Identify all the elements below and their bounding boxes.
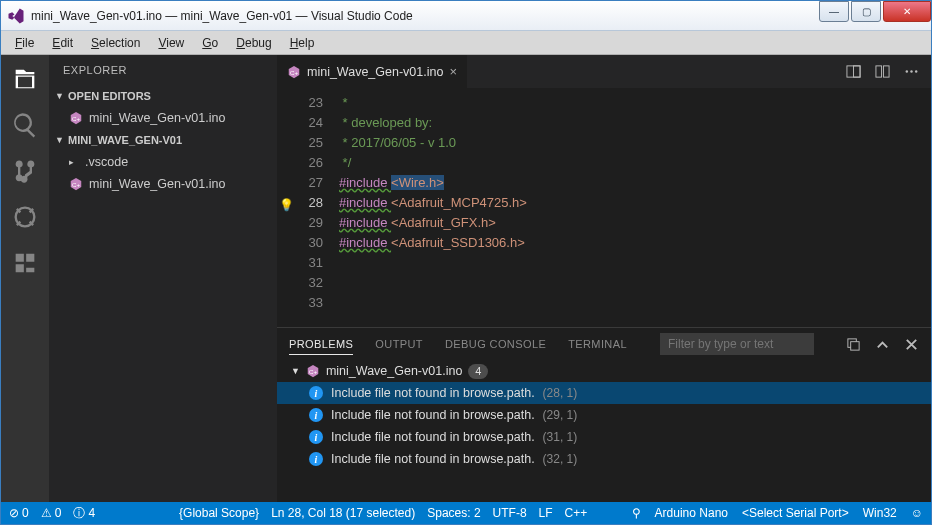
more-icon[interactable] — [904, 64, 919, 79]
cpp-file-icon: C+ — [69, 111, 83, 125]
editor-tab-bar: C+ mini_Wave_Gen-v01.ino × — [277, 55, 931, 88]
status-bar: ⊘ 0 ⚠ 0 ⓘ 4 {Global Scope} Ln 28, Col 18… — [1, 502, 931, 524]
explorer-icon[interactable] — [11, 65, 39, 93]
file-item[interactable]: C+ mini_Wave_Gen-v01.ino — [49, 173, 277, 195]
window-title: mini_Wave_Gen-v01.ino — mini_Wave_Gen-v0… — [31, 9, 819, 23]
status-win[interactable]: Win32 — [863, 506, 897, 520]
line-number: 24 — [277, 113, 323, 133]
split-editor-icon[interactable] — [846, 64, 861, 79]
cpp-file-icon: C+ — [287, 65, 301, 79]
project-header[interactable]: ▼MINI_WAVE_GEN-V01 — [49, 129, 277, 151]
problem-message: Include file not found in browse.path. — [331, 408, 535, 422]
cpp-file-icon: C+ — [306, 364, 320, 378]
debug-icon[interactable] — [11, 203, 39, 231]
problem-count-badge: 4 — [468, 364, 488, 379]
status-feedback-icon[interactable]: ☺ — [911, 506, 923, 520]
menu-debug[interactable]: Debug — [228, 34, 279, 52]
line-number: 25 — [277, 133, 323, 153]
line-number: 26 — [277, 153, 323, 173]
search-icon[interactable] — [11, 111, 39, 139]
close-panel-icon[interactable] — [904, 337, 919, 352]
sidebar-explorer: EXPLORER ▼OPEN EDITORS C+ mini_Wave_Gen-… — [49, 55, 277, 502]
svg-rect-7 — [883, 66, 889, 77]
lightbulb-icon[interactable]: 💡 — [279, 195, 294, 215]
output-tab[interactable]: OUTPUT — [375, 334, 423, 354]
close-tab-icon[interactable]: × — [449, 64, 457, 79]
line-number: 33 — [277, 293, 323, 313]
sidebar-title: EXPLORER — [49, 55, 277, 85]
layout-icon[interactable] — [875, 64, 890, 79]
window-close-button[interactable]: ✕ — [883, 1, 931, 22]
problem-location: (32, 1) — [543, 452, 578, 466]
code-editor[interactable]: 💡 2324252627282930313233 * * developed b… — [277, 88, 931, 327]
chevron-up-icon[interactable] — [875, 337, 890, 352]
info-icon: i — [309, 408, 323, 422]
menu-go[interactable]: Go — [194, 34, 226, 52]
source-control-icon[interactable] — [11, 157, 39, 185]
editor-tab[interactable]: C+ mini_Wave_Gen-v01.ino × — [277, 55, 467, 88]
svg-point-9 — [910, 70, 912, 72]
menu-file[interactable]: File — [7, 34, 42, 52]
svg-rect-5 — [854, 66, 861, 77]
problem-row[interactable]: iInclude file not found in browse.path.(… — [277, 426, 931, 448]
status-cursor[interactable]: Ln 28, Col 18 (17 selected) — [271, 506, 415, 520]
terminal-tab[interactable]: TERMINAL — [568, 334, 627, 354]
status-spaces[interactable]: Spaces: 2 — [427, 506, 480, 520]
open-editor-item[interactable]: C+ mini_Wave_Gen-v01.ino — [49, 107, 277, 129]
problem-message: Include file not found in browse.path. — [331, 452, 535, 466]
open-editors-header[interactable]: ▼OPEN EDITORS — [49, 85, 277, 107]
vscode-logo-icon — [7, 7, 25, 25]
folder-item[interactable]: ▸ .vscode — [49, 151, 277, 173]
svg-text:C+: C+ — [290, 68, 298, 75]
info-icon: i — [309, 386, 323, 400]
status-scope[interactable]: {Global Scope} — [179, 506, 259, 520]
problem-message: Include file not found in browse.path. — [331, 386, 535, 400]
window-titlebar: mini_Wave_Gen-v01.ino — mini_Wave_Gen-v0… — [1, 1, 931, 31]
line-number: 32 — [277, 273, 323, 293]
extensions-icon[interactable] — [11, 249, 39, 277]
activity-bar — [1, 55, 49, 502]
problem-file-header[interactable]: ▼ C+ mini_Wave_Gen-v01.ino 4 — [277, 360, 931, 382]
menu-view[interactable]: View — [150, 34, 192, 52]
status-eol[interactable]: LF — [539, 506, 553, 520]
status-plug-icon[interactable]: ⚲ — [632, 506, 641, 520]
status-encoding[interactable]: UTF-8 — [493, 506, 527, 520]
line-number: 31 — [277, 253, 323, 273]
problem-row[interactable]: iInclude file not found in browse.path.(… — [277, 404, 931, 426]
bottom-panel: PROBLEMS OUTPUT DEBUG CONSOLE TERMINAL ▼… — [277, 327, 931, 502]
problem-row[interactable]: iInclude file not found in browse.path.(… — [277, 382, 931, 404]
window-minimize-button[interactable]: — — [819, 1, 849, 22]
problems-tab[interactable]: PROBLEMS — [289, 334, 353, 355]
status-board[interactable]: Arduino Nano — [655, 506, 728, 520]
window-maximize-button[interactable]: ▢ — [851, 1, 881, 22]
debug-console-tab[interactable]: DEBUG CONSOLE — [445, 334, 546, 354]
problem-location: (31, 1) — [543, 430, 578, 444]
svg-point-10 — [915, 70, 917, 72]
status-warnings[interactable]: ⚠ 0 — [41, 506, 62, 520]
problem-location: (29, 1) — [543, 408, 578, 422]
filter-input[interactable] — [660, 333, 814, 355]
status-errors[interactable]: ⊘ 0 — [9, 506, 29, 520]
cpp-file-icon: C+ — [69, 177, 83, 191]
svg-text:C+: C+ — [309, 368, 317, 375]
menu-bar: File Edit Selection View Go Debug Help — [1, 31, 931, 55]
line-number: 27 — [277, 173, 323, 193]
collapse-all-icon[interactable] — [846, 337, 861, 352]
status-infos[interactable]: ⓘ 4 — [73, 505, 95, 522]
info-icon: i — [309, 430, 323, 444]
problem-location: (28, 1) — [543, 386, 578, 400]
menu-selection[interactable]: Selection — [83, 34, 148, 52]
svg-text:C+: C+ — [72, 181, 80, 188]
problem-row[interactable]: iInclude file not found in browse.path.(… — [277, 448, 931, 470]
status-port[interactable]: <Select Serial Port> — [742, 506, 849, 520]
line-number: 23 — [277, 93, 323, 113]
svg-text:C+: C+ — [72, 115, 80, 122]
menu-edit[interactable]: Edit — [44, 34, 81, 52]
status-lang[interactable]: C++ — [565, 506, 588, 520]
svg-rect-12 — [851, 341, 859, 349]
svg-point-8 — [906, 70, 908, 72]
line-number: 29 — [277, 213, 323, 233]
menu-help[interactable]: Help — [282, 34, 323, 52]
info-icon: i — [309, 452, 323, 466]
svg-rect-6 — [876, 66, 882, 77]
